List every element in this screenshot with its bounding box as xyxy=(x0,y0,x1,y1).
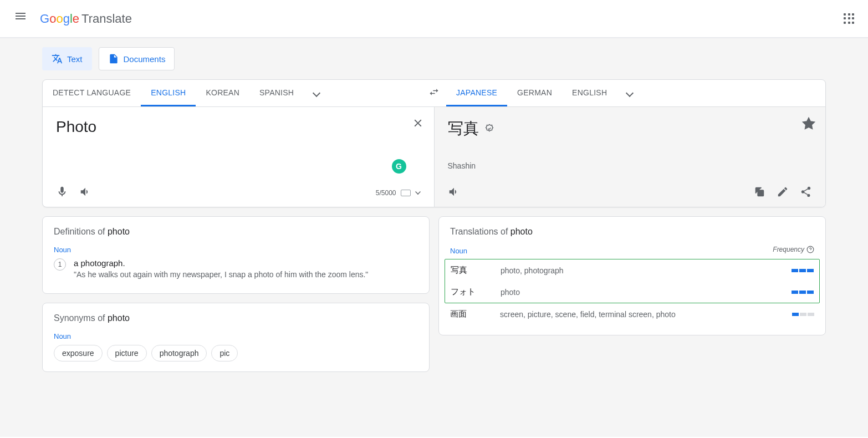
translation-output: 写真 xyxy=(448,118,479,139)
frequency-bar xyxy=(792,291,814,294)
swap-icon xyxy=(428,86,440,98)
translation-row[interactable]: 写真 photo, photograph xyxy=(451,259,814,281)
source-pane: Photo G 5/5000 xyxy=(43,107,434,207)
voice-input-button[interactable] xyxy=(56,186,68,200)
target-pane: 写真 Shashin xyxy=(435,107,826,207)
definitions-pos: Noun xyxy=(54,246,418,254)
document-icon xyxy=(108,53,119,64)
chevron-down-icon xyxy=(313,89,320,97)
frequency-label: Frequency xyxy=(773,246,814,253)
close-icon xyxy=(412,117,424,129)
copy-icon xyxy=(753,186,765,198)
definitions-title: Definitions of photo xyxy=(54,227,418,237)
source-text-input[interactable]: Photo xyxy=(56,118,421,186)
synonym-chip[interactable]: exposure xyxy=(54,345,103,361)
target-pane-footer xyxy=(448,186,813,200)
target-english-tab[interactable]: ENGLISH xyxy=(562,80,617,106)
edit-translation-button[interactable] xyxy=(777,186,789,200)
info-panels: Definitions of photo Noun 1 a photograph… xyxy=(42,216,826,372)
speaker-icon xyxy=(448,186,460,198)
speaker-icon xyxy=(79,186,91,198)
synonym-list: exposurepicturephotographpic xyxy=(54,345,418,361)
char-count: 5/5000 xyxy=(376,189,421,197)
translation-meanings: photo xyxy=(501,288,792,297)
source-english-tab[interactable]: ENGLISH xyxy=(141,80,196,106)
target-german-tab[interactable]: GERMAN xyxy=(507,80,562,106)
translation-meanings: photo, photograph xyxy=(501,266,792,275)
definition-number: 1 xyxy=(54,258,66,271)
share-translation-button[interactable] xyxy=(800,186,812,200)
translation-word: フォト xyxy=(451,287,501,297)
synonyms-panel: Synonyms of photo Noun exposurepictureph… xyxy=(42,303,430,372)
save-translation-button[interactable] xyxy=(802,117,815,133)
translate-icon xyxy=(52,53,63,64)
target-language-dropdown[interactable] xyxy=(617,80,642,106)
main-menu-button[interactable] xyxy=(9,4,35,33)
help-icon[interactable] xyxy=(806,246,814,253)
target-japanese-tab[interactable]: JAPANESE xyxy=(446,80,507,106)
google-translate-logo[interactable]: Google Translate xyxy=(40,12,132,26)
verified-icon xyxy=(484,124,494,134)
google-logo-text: Google xyxy=(40,12,79,26)
source-language-side: DETECT LANGUAGE ENGLISH KOREAN SPANISH xyxy=(43,80,422,106)
synonym-chip[interactable]: pic xyxy=(211,345,238,361)
translation-panes: Photo G 5/5000 xyxy=(43,107,825,207)
app-header: Google Translate xyxy=(0,0,868,38)
definition-text: a photograph. xyxy=(74,258,368,268)
translations-pos: Noun xyxy=(450,247,467,255)
definitions-panel: Definitions of photo Noun 1 a photograph… xyxy=(42,216,430,294)
text-mode-tab[interactable]: Text xyxy=(42,47,92,70)
source-pane-footer: 5/5000 xyxy=(56,186,421,200)
hamburger-icon xyxy=(16,13,29,26)
chevron-down-icon xyxy=(415,189,421,195)
text-mode-label: Text xyxy=(67,54,83,64)
microphone-icon xyxy=(56,186,68,198)
synonyms-pos: Noun xyxy=(54,332,418,340)
pencil-icon xyxy=(777,186,789,198)
grammarly-icon[interactable]: G xyxy=(392,159,406,174)
translation-row[interactable]: フォト photo xyxy=(451,281,814,303)
translation-meanings: screen, picture, scene, field, terminal … xyxy=(500,310,792,319)
share-icon xyxy=(800,186,812,198)
translation-row[interactable]: 画面 screen, picture, scene, field, termin… xyxy=(450,303,814,325)
source-language-dropdown[interactable] xyxy=(304,80,329,106)
chevron-down-icon xyxy=(626,89,634,97)
synonym-chip[interactable]: photograph xyxy=(151,345,207,361)
translate-logo-text: Translate xyxy=(81,12,132,26)
main-content: Text Documents DETECT LANGUAGE ENGLISH K… xyxy=(0,38,868,437)
google-apps-button[interactable] xyxy=(839,9,859,29)
translation-word: 写真 xyxy=(451,265,501,276)
star-icon xyxy=(802,117,815,130)
detect-language-tab[interactable]: DETECT LANGUAGE xyxy=(43,80,141,106)
listen-target-button[interactable] xyxy=(448,186,460,200)
frequency-bar xyxy=(792,313,814,316)
char-count-text: 5/5000 xyxy=(376,189,396,197)
language-bar: DETECT LANGUAGE ENGLISH KOREAN SPANISH J… xyxy=(43,80,825,107)
apps-grid-icon xyxy=(844,13,855,24)
frequency-bar xyxy=(792,269,814,272)
translations-panel: Translations of photo Noun Frequency 写真 … xyxy=(438,216,826,335)
swap-languages-button[interactable] xyxy=(422,80,446,106)
svg-rect-0 xyxy=(758,190,763,196)
source-korean-tab[interactable]: KOREAN xyxy=(196,80,249,106)
synonyms-title: Synonyms of photo xyxy=(54,313,418,323)
documents-mode-tab[interactable]: Documents xyxy=(99,47,175,70)
translation-box: DETECT LANGUAGE ENGLISH KOREAN SPANISH J… xyxy=(42,79,826,207)
listen-source-button[interactable] xyxy=(79,186,91,200)
translation-word: 画面 xyxy=(450,309,500,319)
definition-example: "As he walks out again with my newspaper… xyxy=(74,270,368,279)
definition-item: 1 a photograph. "As he walks out again w… xyxy=(54,258,418,279)
romanization: Shashin xyxy=(448,161,813,170)
clear-input-button[interactable] xyxy=(412,117,424,131)
translations-title: Translations of photo xyxy=(450,227,814,237)
copy-translation-button[interactable] xyxy=(753,186,765,200)
target-language-side: JAPANESE GERMAN ENGLISH xyxy=(446,80,825,106)
source-spanish-tab[interactable]: SPANISH xyxy=(249,80,304,106)
mode-tabs: Text Documents xyxy=(42,47,826,70)
keyboard-toggle[interactable] xyxy=(401,190,411,196)
documents-mode-label: Documents xyxy=(124,54,166,64)
synonym-chip[interactable]: picture xyxy=(107,345,147,361)
